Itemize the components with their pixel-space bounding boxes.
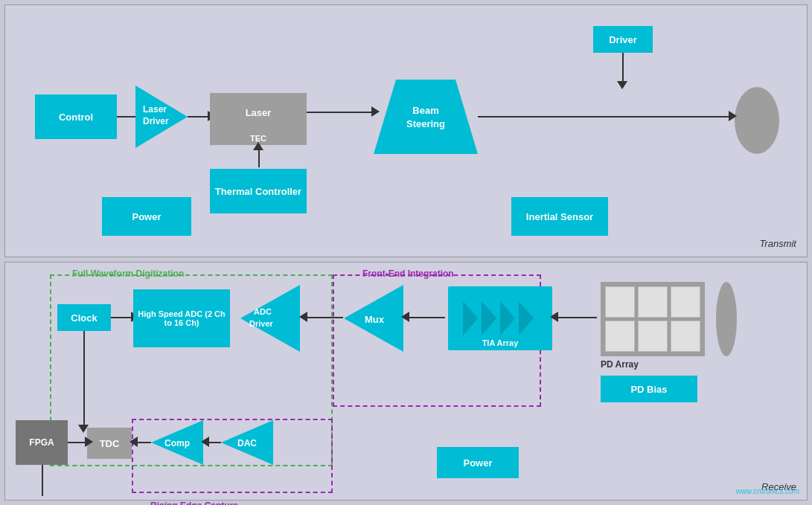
svg-text:Driver: Driver xyxy=(249,319,274,328)
laser-block: Laser xyxy=(210,93,307,132)
inertial-sensor-block: Inertial Sensor xyxy=(511,197,608,236)
high-speed-adc-block: High Speed ADC (2 Ch to 16 Ch) xyxy=(133,289,230,347)
pd-bias-block: PD Bias xyxy=(601,376,697,402)
pd-cell xyxy=(638,286,668,318)
transmit-section: Transmit Control Laser Driver Laser TEC … xyxy=(4,4,808,257)
full-waveform-label: Full Waveform Digitization xyxy=(72,268,184,279)
svg-text:Beam: Beam xyxy=(412,105,438,116)
pd-array-label: PD Array xyxy=(601,359,639,370)
svg-marker-3 xyxy=(374,80,478,154)
svg-text:DAC: DAC xyxy=(237,438,257,448)
clock-block: Clock xyxy=(57,304,111,331)
rising-edge-label: Rising Edge Capture xyxy=(150,501,238,505)
front-end-label: Front-End Integration xyxy=(362,268,454,279)
power-block-receive: Power xyxy=(437,447,519,478)
pd-cell xyxy=(605,286,635,318)
watermark: www.cntronics.com xyxy=(735,487,799,495)
control-block: Control xyxy=(35,94,117,139)
pd-cell xyxy=(671,321,700,352)
receive-section: Receive Full Waveform Digitization Front… xyxy=(4,262,808,501)
pd-array-block xyxy=(601,282,705,356)
laser-driver-shape: Laser Driver xyxy=(135,86,188,148)
driver-block: Driver xyxy=(593,26,653,53)
svg-text:ADC: ADC xyxy=(254,307,272,316)
beam-steering-shape: Beam Steering xyxy=(374,80,478,154)
svg-text:TIA Array: TIA Array xyxy=(482,338,520,347)
mux-shape: Mux xyxy=(344,285,403,352)
svg-text:Laser: Laser xyxy=(143,104,167,115)
pd-cell xyxy=(638,321,668,352)
main-container: Transmit Control Laser Driver Laser TEC … xyxy=(0,0,812,505)
comp-shape: Comp xyxy=(151,420,203,465)
dac-shape: DAC xyxy=(221,420,273,465)
power-block-transmit: Power xyxy=(102,197,191,236)
transmit-label: Transmit xyxy=(759,238,796,249)
svg-text:Comp: Comp xyxy=(164,438,190,448)
target-ellipse xyxy=(735,87,779,154)
tia-array-shape: TIA Array xyxy=(448,286,552,350)
svg-text:Mux: Mux xyxy=(365,314,385,325)
pd-cell xyxy=(605,321,635,352)
lens-ellipse xyxy=(716,282,737,356)
tdc-block: TDC xyxy=(87,428,132,459)
fpga-block: FPGA xyxy=(16,420,68,465)
svg-text:Steering: Steering xyxy=(406,118,445,129)
svg-text:Driver: Driver xyxy=(143,116,169,126)
thermal-controller-block: Thermal Controller xyxy=(210,169,307,213)
adc-driver-shape: ADC Driver xyxy=(240,285,300,352)
svg-marker-6 xyxy=(240,285,300,352)
pd-cell xyxy=(671,286,700,318)
